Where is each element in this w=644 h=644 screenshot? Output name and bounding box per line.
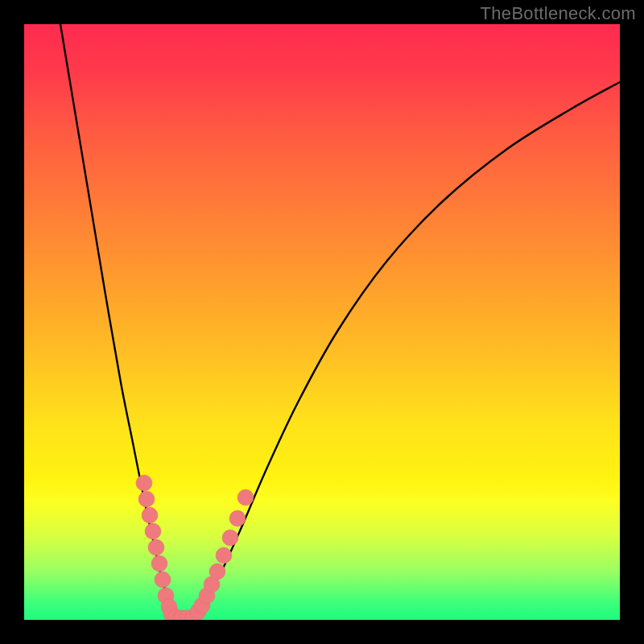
valley-marker-dot (216, 547, 232, 564)
valley-marker-dot (229, 510, 246, 526)
valley-marker-dot (148, 539, 164, 555)
valley-marker-dot (151, 555, 167, 572)
watermark-text: TheBottleneck.com (481, 3, 636, 24)
valley-marker-dot (138, 491, 155, 507)
bottleneck-curve (60, 24, 620, 618)
valley-marker-dot (145, 523, 161, 539)
chart-svg (24, 24, 620, 620)
valley-marker-dot (222, 530, 238, 546)
valley-marker-dot (136, 475, 152, 491)
valley-marker-dot (237, 489, 254, 506)
outer-frame: TheBottleneck.com (0, 0, 644, 644)
valley-marker-dot (155, 572, 171, 588)
valley-marker-dot (209, 564, 225, 580)
valley-markers (136, 475, 254, 620)
plot-area (24, 24, 620, 620)
valley-marker-dot (142, 507, 158, 523)
